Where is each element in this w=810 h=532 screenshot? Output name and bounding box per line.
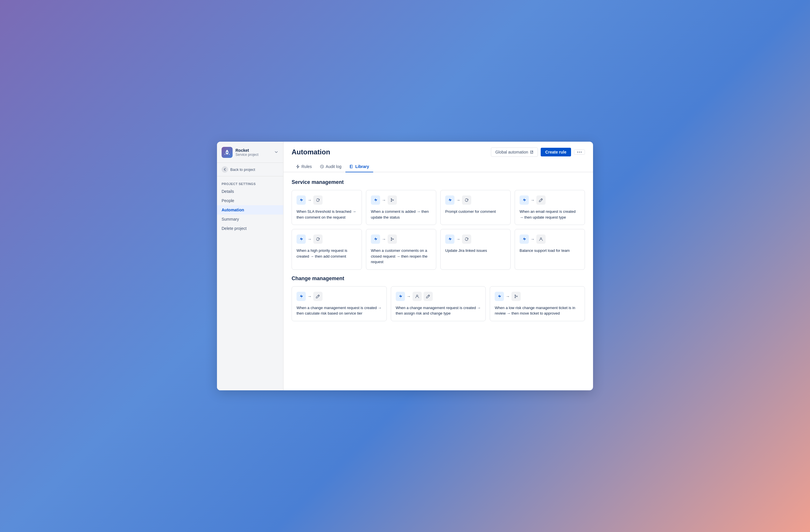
lightning-icon-box (296, 196, 306, 205)
person-icon-box (536, 234, 546, 244)
lightning-icon (373, 198, 378, 202)
arrow-separator: → (382, 198, 386, 202)
sidebar-item-automation[interactable]: Automation (217, 205, 283, 215)
card-desc: When a customer comments on a closed req… (371, 248, 431, 265)
card-icons: → (495, 292, 580, 301)
card-sla-threshold[interactable]: → When SLA threshold is breached → then … (292, 190, 362, 225)
person-icon-box (412, 292, 422, 301)
card-comment-added[interactable]: → When a comment is added → then update … (366, 190, 436, 225)
pencil-icon (426, 294, 431, 299)
tab-rules-label: Rules (302, 164, 312, 169)
project-type: Service project (236, 153, 271, 157)
section-change-management-title: Change management (292, 276, 585, 282)
global-automation-button[interactable]: Global automation (491, 148, 538, 157)
card-desc: When a change management request is crea… (396, 305, 481, 316)
page-title: Automation (292, 148, 330, 156)
top-bar: Automation Global automation Create rule (284, 142, 593, 157)
section-change-management: Change management → When a change (292, 276, 585, 321)
sidebar-item-summary[interactable]: Summary (217, 215, 283, 224)
app-container: Rocket Service project Back to project P… (217, 142, 593, 390)
card-desc: When a low risk change management ticket… (495, 305, 580, 316)
lightning-icon-box (371, 234, 380, 244)
card-icons: → (445, 234, 506, 244)
more-icon (577, 151, 582, 153)
arrow-separator: → (531, 237, 535, 242)
card-change-assign-risk[interactable]: → When a change management request is cr… (391, 286, 486, 321)
lightning-icon (448, 198, 452, 202)
back-icon (222, 166, 228, 172)
arrow-separator: → (456, 198, 460, 202)
refresh-icon-box (462, 196, 471, 205)
lightning-icon (522, 237, 526, 242)
svg-point-12 (540, 238, 542, 239)
card-desc: Balance support load for team (520, 248, 580, 253)
create-rule-button[interactable]: Create rule (541, 148, 571, 156)
sidebar-nav: Project settings Details People Automati… (217, 176, 283, 236)
card-change-risk[interactable]: → When a change management request is cr… (292, 286, 387, 321)
card-prompt-customer[interactable]: → Prompt customer for comment (440, 190, 511, 225)
card-update-jira[interactable]: → Update Jira linked issues (440, 229, 511, 270)
card-high-priority[interactable]: → When a high priority request is create… (292, 229, 362, 270)
card-desc: When an email request is created → then … (520, 209, 580, 220)
lightning-icon-box (520, 196, 529, 205)
card-icons: → (371, 196, 431, 205)
book-icon (350, 165, 354, 169)
lightning-icon (299, 237, 304, 242)
clock-icon (320, 165, 324, 169)
arrow-separator: → (506, 294, 510, 299)
sidebar-item-delete-project[interactable]: Delete project (217, 224, 283, 233)
svg-point-0 (227, 152, 228, 153)
branch-icon-box (388, 234, 397, 244)
arrow-separator: → (308, 237, 311, 242)
tab-audit-log[interactable]: Audit log (316, 161, 345, 172)
card-desc: Prompt customer for comment (445, 209, 506, 215)
branch-icon-box (388, 196, 397, 205)
project-info: Rocket Service project (236, 148, 271, 157)
more-options-button[interactable] (574, 149, 585, 155)
svg-point-3 (581, 152, 582, 153)
svg-point-2 (579, 152, 580, 153)
branch-icon-box (512, 292, 521, 301)
refresh-icon-box (462, 234, 471, 244)
sidebar-item-details[interactable]: Details (217, 187, 283, 196)
tab-library[interactable]: Library (345, 161, 373, 172)
pencil-icon-box-2 (423, 292, 433, 301)
card-icons: → (396, 292, 481, 301)
lightning-icon (299, 198, 304, 202)
card-balance-support[interactable]: → Balance support load for team (515, 229, 585, 270)
pencil-icon-box (536, 196, 546, 205)
card-desc: When a comment is added → then update th… (371, 209, 431, 220)
arrow-separator: → (382, 237, 386, 242)
card-desc: When a change management request is crea… (296, 305, 382, 316)
project-dropdown-button[interactable] (274, 150, 279, 155)
lightning-icon-box (371, 196, 380, 205)
arrow-separator: → (308, 294, 311, 299)
person-icon (415, 294, 419, 299)
card-icons: → (371, 234, 431, 244)
refresh-icon (464, 237, 469, 242)
person-icon (539, 237, 543, 242)
refresh-icon-box (313, 196, 323, 205)
lightning-icon-box (296, 292, 306, 301)
branch-icon (390, 198, 394, 202)
lightning-icon-box (296, 234, 306, 244)
card-icons: → (296, 196, 357, 205)
card-customer-closed[interactable]: → When a customer comments on a closed r… (366, 229, 436, 270)
lightning-icon (398, 294, 403, 299)
lightning-icon (448, 237, 452, 242)
card-email-request[interactable]: → When an email request is created → the… (515, 190, 585, 225)
branch-icon (514, 294, 518, 299)
card-low-risk-change[interactable]: → When a low risk change management tick… (490, 286, 585, 321)
pencil-icon (539, 198, 543, 202)
tabs-bar: Rules Audit log Library (284, 158, 593, 172)
back-to-project-link[interactable]: Back to project (217, 163, 283, 176)
card-desc: Update Jira linked issues (445, 248, 506, 253)
sidebar-item-people[interactable]: People (217, 196, 283, 205)
external-link-icon (530, 150, 533, 154)
tab-rules[interactable]: Rules (292, 161, 316, 172)
svg-point-13 (416, 295, 418, 296)
content-area: Service management → When SLA thr (284, 172, 593, 334)
lightning-icon-box (520, 234, 529, 244)
refresh-icon-box (313, 234, 323, 244)
tab-library-label: Library (355, 164, 369, 169)
